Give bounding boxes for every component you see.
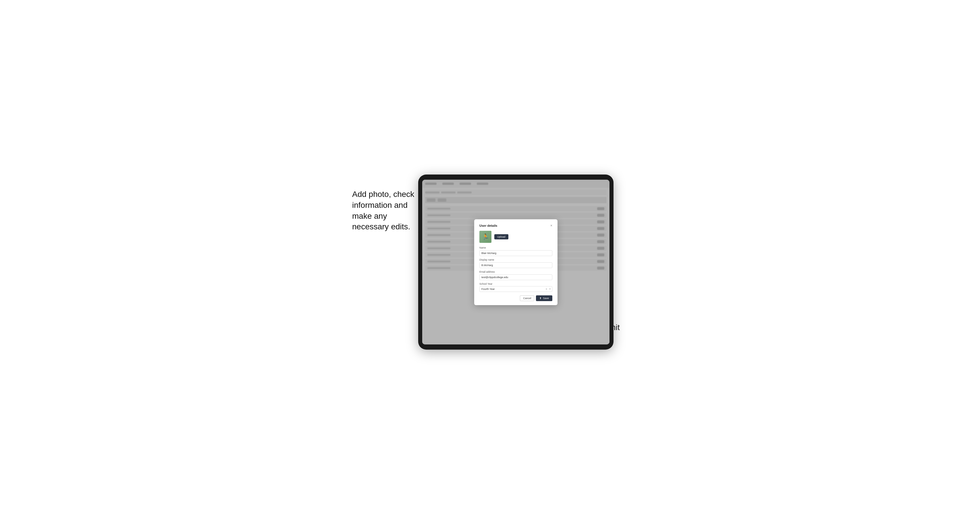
scene: Add photo, check information and make an… — [352, 166, 628, 361]
modal-header: User details × — [479, 224, 552, 227]
chevron-down-icon[interactable]: ▾ — [549, 288, 550, 290]
cancel-button[interactable]: Cancel — [520, 295, 534, 301]
name-input[interactable] — [479, 250, 552, 256]
name-field-group: Name — [479, 246, 552, 256]
modal-title: User details — [479, 224, 497, 227]
display-name-label: Display name — [479, 258, 552, 261]
school-year-input[interactable] — [479, 286, 552, 292]
avatar-image — [479, 231, 492, 243]
email-input[interactable] — [479, 275, 552, 280]
modal-footer: Cancel ⬆ Save — [479, 295, 552, 301]
save-button[interactable]: ⬆ Save — [536, 295, 552, 301]
school-year-field-group: School Year × ▾ — [479, 283, 552, 292]
clear-icon[interactable]: × — [546, 287, 547, 290]
modal-close-button[interactable]: × — [550, 224, 552, 227]
save-label: Save — [543, 297, 549, 300]
school-year-label: School Year — [479, 283, 552, 285]
modal-overlay: User details × Upload Name Di — [422, 180, 609, 344]
email-field-group: Email address — [479, 270, 552, 280]
name-label: Name — [479, 246, 552, 249]
tablet-device: User details × Upload Name Di — [418, 175, 614, 349]
display-name-input[interactable] — [479, 262, 552, 268]
annotation-top-left: Add photo, check information and make an… — [352, 189, 421, 232]
photo-row: Upload — [479, 231, 552, 243]
save-icon: ⬆ — [539, 297, 542, 300]
display-name-field-group: Display name — [479, 258, 552, 268]
user-details-modal: User details × Upload Name Di — [474, 219, 557, 305]
upload-button[interactable]: Upload — [494, 234, 508, 240]
email-label: Email address — [479, 270, 552, 273]
avatar — [479, 231, 492, 243]
tablet-screen: User details × Upload Name Di — [422, 180, 609, 344]
school-year-select-wrapper: × ▾ — [479, 286, 552, 292]
